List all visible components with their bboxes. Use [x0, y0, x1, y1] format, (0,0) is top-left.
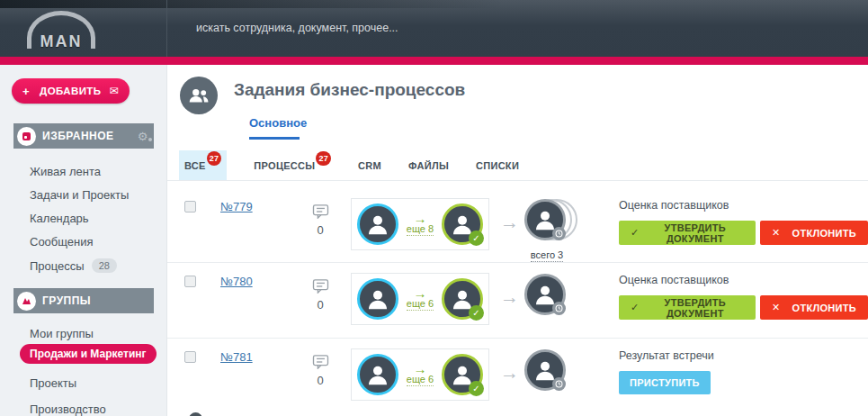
more-approvers[interactable]: → еще 6 — [407, 288, 434, 311]
comment-count: 0 — [309, 298, 331, 312]
row-780-link[interactable]: №780 — [220, 275, 253, 288]
filter-tab-all-badge: 27 — [207, 151, 222, 166]
page-avatar-people-icon — [180, 77, 218, 114]
sidebar-section-groups[interactable]: ГРУППЫ — [13, 288, 154, 313]
sidebar-item-processes[interactable]: Процессы28 — [30, 258, 117, 273]
row-780-checkbox[interactable] — [184, 276, 196, 287]
person-icon — [364, 211, 391, 238]
check-icon: ✓ — [631, 302, 640, 313]
initiator-avatar[interactable] — [357, 278, 398, 320]
table-row-780: №780 0 → еще 6 — [167, 263, 868, 339]
initiator-avatar[interactable] — [357, 354, 398, 395]
man-logo[interactable]: MAN — [25, 9, 97, 52]
row-780-approvers-box: → еще 6 ✓ — [351, 273, 489, 325]
filter-tab-processes[interactable]: ПРОЦЕССЫ 27 — [254, 150, 331, 180]
flow-arrow-icon: → — [500, 364, 519, 382]
page-title: Задания бизнес-процессов — [234, 80, 465, 100]
assignee-avatar[interactable] — [524, 349, 566, 391]
person-icon — [364, 361, 391, 388]
arrow-right-icon: → — [414, 213, 427, 223]
filter-tab-all-label: ВСЕ — [184, 160, 206, 171]
approve-document-button[interactable]: ✓ УТВЕРДИТЬ ДОКУМЕНТ — [619, 295, 756, 320]
filter-tab-lists-label: СПИСКИ — [476, 160, 519, 171]
sidebar-item-live-feed[interactable]: Живая лента — [30, 165, 101, 178]
approver-avatar[interactable]: ✓ — [442, 203, 483, 245]
decline-button[interactable]: ✕ ОТКЛОНИТЬ — [760, 221, 868, 245]
comment-count: 0 — [309, 223, 331, 237]
approver-avatar[interactable]: ✓ — [442, 354, 483, 395]
brand-stripe — [0, 57, 868, 65]
man-logo-text: MAN — [27, 32, 95, 51]
check-badge-icon: ✓ — [469, 231, 484, 246]
comment-icon — [312, 279, 329, 294]
filter-tab-all[interactable]: ВСЕ 27 — [179, 150, 227, 180]
sidebar-item-production[interactable]: Производство — [30, 402, 106, 416]
assignee-avatar[interactable] — [524, 199, 566, 240]
favorites-title: ИЗБРАННОЕ — [42, 130, 114, 142]
comment-icon — [312, 355, 329, 369]
tab-main[interactable]: Основное — [249, 116, 307, 130]
arrow-right-icon: → — [414, 288, 427, 298]
row-780-info: Оценка поставщиков ✓ УТВЕРДИТЬ ДОКУМЕНТ … — [619, 274, 868, 320]
row-781-info: Результат встречи ПРИСТУПИТЬ — [619, 349, 714, 394]
add-button-label: ДОБАВИТЬ — [37, 86, 104, 96]
filter-tab-crm-label: CRM — [358, 160, 381, 171]
sidebar-section-favorites[interactable]: ИЗБРАННОЕ ⚙ — [13, 123, 154, 149]
more-approvers[interactable]: → еще 6 — [407, 364, 434, 386]
more-approvers[interactable]: → еще 8 — [407, 213, 434, 236]
initiator-avatar[interactable] — [357, 203, 398, 245]
assignee-avatar[interactable] — [524, 274, 566, 315]
sidebar-item-my-groups[interactable]: Мои группы — [30, 327, 94, 340]
more-approvers-label[interactable]: еще 6 — [407, 298, 434, 311]
tab-main-underline — [249, 137, 300, 140]
task-name: Результат встречи — [619, 349, 714, 362]
sidebar-item-projects[interactable]: Проекты — [30, 376, 76, 390]
row-781-checkbox[interactable] — [184, 351, 196, 363]
row-781-assignees[interactable] — [524, 349, 580, 391]
row-780-assignees[interactable] — [524, 274, 580, 315]
row-781-comments[interactable]: 0 — [309, 355, 331, 387]
check-icon: ✓ — [631, 227, 640, 239]
app-window: MAN + ДОБАВИТЬ ✉ ИЗБРАННОЕ ⚙ Живая лента… — [0, 0, 868, 416]
header-divider — [166, 0, 167, 57]
filter-tab-processes-badge: 27 — [316, 151, 331, 166]
row-779-checkbox[interactable] — [184, 201, 196, 213]
more-approvers-label[interactable]: еще 6 — [407, 374, 434, 386]
plus-icon: + — [22, 85, 30, 98]
global-search-input[interactable] — [196, 16, 574, 40]
approver-avatar[interactable]: ✓ — [442, 278, 483, 320]
check-badge-icon: ✓ — [469, 305, 484, 321]
assignees-total[interactable]: всего 3 — [524, 249, 569, 260]
task-name: Оценка поставщиков — [619, 274, 868, 286]
sidebar-item-tasks-projects[interactable]: Задачи и Проекты — [30, 188, 129, 202]
row-780-comments[interactable]: 0 — [309, 279, 331, 312]
flow-arrow-icon: → — [500, 213, 519, 231]
sidebar-item-messages[interactable]: Сообщения — [30, 235, 94, 249]
person-icon — [364, 285, 391, 312]
row-779-comments[interactable]: 0 — [309, 204, 331, 237]
more-approvers-label[interactable]: еще 8 — [407, 223, 434, 236]
filter-tab-crm[interactable]: CRM — [358, 150, 381, 180]
task-name: Оценка поставщиков — [619, 199, 868, 212]
row-779-assignees[interactable] — [524, 199, 580, 240]
processes-count-badge: 28 — [92, 258, 117, 273]
filter-tab-lists[interactable]: СПИСКИ — [476, 150, 519, 180]
clock-badge-icon — [552, 377, 566, 391]
row-779-link[interactable]: №779 — [220, 200, 253, 213]
filter-tab-processes-label: ПРОЦЕССЫ — [254, 160, 315, 171]
sidebar-item-sales-marketing-active[interactable]: Продажи и Маркетинг — [20, 344, 157, 364]
main-content: Задания бизнес-процессов Основное ВСЕ 27… — [167, 65, 868, 416]
approve-document-button[interactable]: ✓ УТВЕРДИТЬ ДОКУМЕНТ — [619, 221, 756, 245]
gear-icon[interactable]: ⚙ — [138, 130, 148, 143]
table-row-779: №779 0 → еще 8 — [167, 181, 868, 263]
filter-tab-files[interactable]: ФАЙЛЫ — [408, 150, 449, 180]
envelope-icon[interactable]: ✉ — [110, 85, 119, 97]
add-button[interactable]: + ДОБАВИТЬ ✉ — [12, 78, 130, 104]
start-button[interactable]: ПРИСТУПИТЬ — [619, 371, 711, 394]
sidebar-item-calendar[interactable]: Календарь — [30, 212, 89, 225]
row-781-link[interactable]: №781 — [220, 350, 253, 364]
filter-tab-files-label: ФАЙЛЫ — [408, 160, 449, 171]
clock-badge-icon — [552, 227, 566, 240]
arrow-right-icon: → — [414, 364, 427, 374]
decline-button[interactable]: ✕ ОТКЛОНИТЬ — [760, 295, 868, 320]
